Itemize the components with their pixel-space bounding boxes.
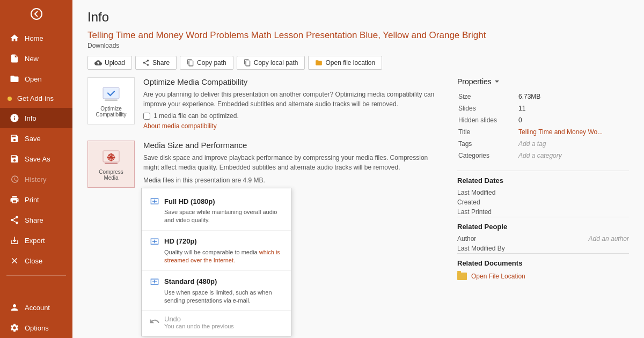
related-docs-header: Related Documents xyxy=(457,253,629,267)
share-button[interactable]: Share xyxy=(135,56,177,70)
sidebar-save-label: Save xyxy=(25,135,41,143)
optimize-icon-text2: Compatibility xyxy=(96,112,126,117)
copy-local-path-button[interactable]: Copy local path xyxy=(237,56,305,70)
compress-dropdown: Full HD (1080p) Save space while maintai… xyxy=(141,188,291,336)
sidebar-item-open[interactable]: Open xyxy=(0,69,72,89)
title-link[interactable]: Telling Time and Money Wo... xyxy=(518,128,603,136)
sidebar-item-print[interactable]: Print xyxy=(0,189,72,210)
prop-label-size: Size xyxy=(458,91,517,102)
compress-option-standard[interactable]: Standard (480p) Use when space is limite… xyxy=(142,271,291,311)
sidebar-new-label: New xyxy=(25,55,39,63)
optimize-icon: Optimize Compatibility xyxy=(87,77,135,124)
row-author: Author Add an author xyxy=(457,234,629,244)
sidebar-item-save-as[interactable]: Save As xyxy=(0,149,72,169)
internet-link[interactable]: which is streamed over the Internet. xyxy=(164,249,280,263)
media-size-card: Compress Media Media Size and Performanc… xyxy=(87,141,438,196)
compress-icon[interactable]: Compress Media xyxy=(87,141,135,188)
sidebar-item-share[interactable]: Share xyxy=(0,210,72,230)
fullhd-header: Full HD (1080p) xyxy=(149,196,283,207)
sidebar-bottom: Account Options xyxy=(0,297,72,338)
left-panel: Optimize Compatibility Optimize Media Co… xyxy=(87,77,442,338)
prop-row-slides: Slides 11 xyxy=(458,103,628,114)
row-last-modified-by: Last Modified By xyxy=(457,244,629,253)
fullhd-title: Full HD (1080p) xyxy=(164,197,215,205)
standard-header: Standard (480p) xyxy=(149,276,283,287)
open-file-location-button[interactable]: Open file location xyxy=(308,56,382,70)
page-title: Info xyxy=(87,10,629,25)
last-modified-by-label: Last Modified By xyxy=(457,245,505,252)
open-file-location-label: Open file location xyxy=(325,59,375,67)
sidebar-item-get-addins[interactable]: Get Add-ins xyxy=(0,89,72,108)
prop-value-size: 6.73MB xyxy=(518,91,628,102)
prop-value-hidden: 0 xyxy=(518,115,628,126)
about-media-compat-link[interactable]: About media compatibility xyxy=(143,122,217,130)
last-modified-label: Last Modified xyxy=(457,189,495,196)
copy-path-button[interactable]: Copy path xyxy=(180,56,233,70)
info-toolbar: Upload Share Copy path Copy local path O… xyxy=(87,56,629,70)
sidebar-open-label: Open xyxy=(25,75,42,83)
optimize-card: Optimize Compatibility Optimize Media Co… xyxy=(87,77,438,130)
undo-desc: You can undo the previous xyxy=(164,323,234,329)
chevron-down-icon xyxy=(494,78,500,85)
compress-option-fullhd[interactable]: Full HD (1080p) Save space while maintai… xyxy=(142,190,291,231)
sidebar: Home New Open Get Add-ins Info Save Save… xyxy=(0,0,72,338)
sidebar-item-home[interactable]: Home xyxy=(0,28,72,48)
content-area: Optimize Compatibility Optimize Media Co… xyxy=(72,77,644,338)
open-file-location-text: Open File Location xyxy=(471,273,525,280)
sidebar-item-save[interactable]: Save xyxy=(0,128,72,149)
copy-local-path-label: Copy local path xyxy=(254,59,298,67)
sidebar-divider xyxy=(6,275,66,276)
prop-row-size: Size 6.73MB xyxy=(458,91,628,102)
related-documents: Open File Location xyxy=(457,273,629,280)
row-created: Created xyxy=(457,197,629,207)
share-label: Share xyxy=(152,59,170,67)
prop-row-hidden: Hidden slides 0 xyxy=(458,115,628,126)
optimize-check-label: 1 media file can be optimized. xyxy=(153,112,239,120)
sidebar-item-options[interactable]: Options xyxy=(0,318,72,338)
sidebar-history-label: History xyxy=(25,175,46,183)
optimize-body: Optimize Media Compatibility Are you pla… xyxy=(143,77,438,130)
author-value[interactable]: Add an author xyxy=(589,235,629,243)
document-title: Telling Time and Money Word Problems Mat… xyxy=(87,30,629,41)
media-size-note: Media files in this presentation are 4.9… xyxy=(143,175,438,185)
upload-label: Upload xyxy=(105,59,125,67)
author-label: Author xyxy=(457,235,476,243)
optimize-checkbox[interactable] xyxy=(143,113,150,120)
sidebar-addins-label: Get Add-ins xyxy=(17,94,54,102)
sidebar-item-close[interactable]: Close xyxy=(0,251,72,271)
sidebar-item-account[interactable]: Account xyxy=(0,297,72,318)
fullhd-desc: Save space while maintaining overall aud… xyxy=(149,208,283,225)
undo-title: Undo xyxy=(164,315,234,323)
optimize-check: 1 media file can be optimized. xyxy=(143,112,438,120)
prop-label-tags: Tags xyxy=(458,138,517,149)
upload-button[interactable]: Upload xyxy=(87,56,132,70)
back-button[interactable] xyxy=(0,0,72,28)
related-dates-header: Related Dates xyxy=(457,171,629,185)
optimize-icon-text: Optimize xyxy=(100,106,121,112)
prop-label-title: Title xyxy=(458,127,517,137)
compress-icon-text2: Media xyxy=(104,175,118,181)
media-size-desc: Save disk space and improve playback per… xyxy=(143,153,438,172)
undo-option[interactable]: Undo You can undo the previous xyxy=(142,311,291,334)
svg-rect-1 xyxy=(103,87,119,99)
copy-path-label: Copy path xyxy=(197,59,226,67)
compress-option-hd[interactable]: HD (720p) Quality will be comparable to … xyxy=(142,231,291,271)
sidebar-item-history[interactable]: History xyxy=(0,169,72,189)
sidebar-home-label: Home xyxy=(25,34,43,42)
sidebar-item-export[interactable]: Export xyxy=(0,230,72,251)
row-last-printed: Last Printed xyxy=(457,207,629,217)
properties-header: Properties xyxy=(457,77,629,86)
related-people-header: Related People xyxy=(457,217,629,231)
sidebar-saveas-label: Save As xyxy=(25,155,50,163)
sidebar-share-label: Share xyxy=(25,216,43,224)
document-subtitle: Downloads xyxy=(87,42,629,49)
sidebar-item-new[interactable]: New xyxy=(0,48,72,69)
prop-value-categories[interactable]: Add a category xyxy=(518,150,628,161)
sidebar-info-label: Info xyxy=(25,114,36,122)
properties-table: Size 6.73MB Slides 11 Hidden slides 0 Ti… xyxy=(457,90,629,162)
sidebar-item-info[interactable]: Info xyxy=(0,108,72,128)
prop-value-tags[interactable]: Add a tag xyxy=(518,138,628,149)
prop-label-categories: Categories xyxy=(458,150,517,161)
row-last-modified: Last Modified xyxy=(457,188,629,197)
open-file-location-link[interactable]: Open File Location xyxy=(457,273,629,280)
